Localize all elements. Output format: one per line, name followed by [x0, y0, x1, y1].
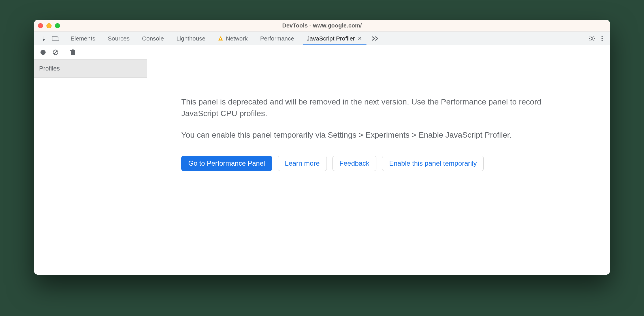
sidebar-section-profiles[interactable]: Profiles [34, 59, 147, 78]
svg-point-7 [602, 35, 603, 37]
inspect-element-icon[interactable] [39, 35, 46, 42]
clear-icon[interactable] [52, 48, 59, 56]
close-window-button[interactable] [38, 23, 43, 28]
enable-temporarily-button[interactable]: Enable this panel temporarily [382, 156, 484, 171]
sidebar: Profiles [34, 45, 147, 275]
minimize-window-button[interactable] [46, 23, 52, 28]
tab-network[interactable]: Network [212, 32, 254, 45]
tab-label: JavaScript Profiler [307, 35, 355, 42]
svg-point-10 [40, 50, 46, 55]
tab-label: Performance [260, 35, 294, 42]
sidebar-toolbar [34, 45, 147, 59]
svg-rect-15 [72, 49, 74, 50]
tab-label: Elements [71, 35, 95, 42]
action-buttons-row: Go to Performance Panel Learn more Feedb… [181, 156, 576, 171]
tabbar-left-tools [34, 32, 64, 45]
titlebar: DevTools - www.google.com/ [34, 20, 610, 32]
deprecation-message-2: You can enable this panel temporarily vi… [181, 129, 564, 141]
svg-rect-1 [52, 36, 57, 40]
svg-rect-4 [220, 38, 221, 39]
svg-line-12 [54, 51, 57, 54]
tab-bar: Elements Sources Console Lighthouse [34, 32, 610, 45]
sidebar-section-label: Profiles [39, 65, 60, 72]
tab-sources[interactable]: Sources [102, 32, 136, 45]
toolbar-divider [64, 49, 64, 56]
devtools-window: DevTools - www.google.com/ [34, 20, 610, 275]
tab-label: Network [226, 35, 248, 42]
close-tab-icon[interactable]: ✕ [357, 36, 362, 41]
kebab-menu-icon[interactable] [598, 35, 606, 42]
device-toolbar-icon[interactable] [52, 35, 59, 42]
tab-label: Sources [108, 35, 130, 42]
tabs: Elements Sources Console Lighthouse [64, 32, 584, 45]
svg-point-6 [591, 37, 593, 39]
svg-point-9 [602, 40, 603, 41]
svg-rect-3 [57, 37, 59, 41]
deprecation-message-1: This panel is deprecated and will be rem… [181, 96, 564, 119]
record-icon[interactable] [39, 48, 47, 56]
more-tabs-button[interactable] [369, 32, 382, 45]
tab-elements[interactable]: Elements [64, 32, 102, 45]
svg-rect-5 [220, 39, 221, 40]
learn-more-button[interactable]: Learn more [278, 156, 327, 171]
settings-gear-icon[interactable] [588, 35, 596, 42]
panel-body: Profiles This panel is deprecated and wi… [34, 45, 610, 275]
tab-lighthouse[interactable]: Lighthouse [170, 32, 212, 45]
feedback-button[interactable]: Feedback [332, 156, 376, 171]
main-content: This panel is deprecated and will be rem… [147, 45, 610, 275]
delete-icon[interactable] [69, 48, 77, 56]
zoom-window-button[interactable] [55, 23, 60, 28]
window-title: DevTools - www.google.com/ [100, 22, 544, 29]
tab-label: Console [142, 35, 164, 42]
go-to-performance-button[interactable]: Go to Performance Panel [181, 156, 272, 171]
svg-rect-14 [70, 50, 75, 51]
tab-javascript-profiler[interactable]: JavaScript Profiler ✕ [300, 32, 369, 45]
tab-performance[interactable]: Performance [254, 32, 300, 45]
window-controls [38, 23, 100, 28]
tabbar-right-tools [584, 32, 610, 45]
tab-console[interactable]: Console [136, 32, 170, 45]
svg-rect-13 [71, 51, 75, 55]
warning-icon [218, 36, 223, 41]
tab-label: Lighthouse [176, 35, 206, 42]
svg-point-8 [602, 38, 603, 39]
